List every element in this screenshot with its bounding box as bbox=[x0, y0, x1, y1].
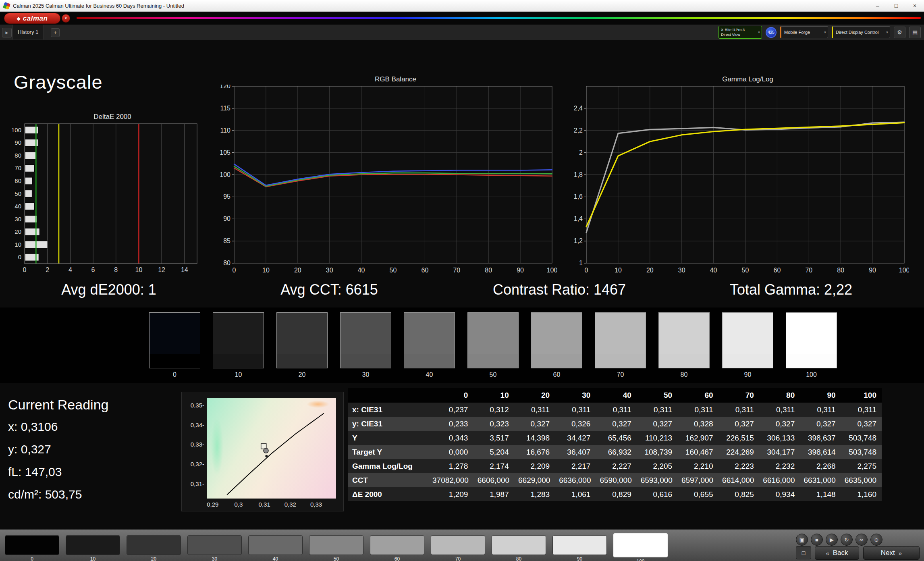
calman-app-icon bbox=[3, 2, 10, 9]
measure-icon: ⊙ bbox=[874, 537, 879, 543]
table-row-label: Gamma Log/Log bbox=[348, 462, 432, 471]
settings-button[interactable]: ⚙ bbox=[894, 27, 905, 38]
window-title: Calman 2025 Calman Ultimate for Business… bbox=[13, 3, 184, 9]
expand-sidebar-button[interactable]: ▶ bbox=[2, 28, 12, 37]
axis-tick-label: 50 bbox=[390, 267, 397, 274]
window-controls: – □ × bbox=[868, 0, 924, 11]
axis-tick-label: 10 bbox=[15, 241, 21, 248]
axis-tick-label: 70 bbox=[453, 267, 460, 274]
axis-tick-label: 1 bbox=[579, 260, 583, 266]
next-button[interactable]: Next » bbox=[863, 546, 920, 560]
swatch-level-label: 30 bbox=[340, 371, 391, 378]
level-patch-0[interactable]: 0 bbox=[5, 535, 59, 561]
table-cell: 0,233 bbox=[432, 420, 473, 428]
table-cell: 2,174 bbox=[473, 462, 514, 471]
contrast-ratio-summary: Contrast Ratio: 1467 bbox=[467, 281, 652, 298]
main-menu-dropdown[interactable]: ▼ bbox=[62, 14, 70, 23]
back-button-label: Back bbox=[833, 549, 848, 557]
measure-button[interactable]: ⊙ bbox=[870, 534, 882, 546]
swatch-actual-color bbox=[404, 313, 455, 354]
table-cell: 14,398 bbox=[514, 434, 555, 443]
meter-selector[interactable]: X-Rite i1Pro 3 Direct View ▾ bbox=[718, 26, 762, 39]
patch-level-label: 30 bbox=[187, 556, 242, 561]
reading-fl: fL: 147,03 bbox=[8, 465, 62, 479]
swatch-box bbox=[531, 312, 582, 368]
layout-button[interactable]: ▤ bbox=[909, 27, 921, 38]
pattern-mode-button[interactable]: □ bbox=[796, 546, 811, 559]
axis-tick-label: 6 bbox=[91, 266, 95, 273]
reading-x: x: 0,3106 bbox=[8, 420, 58, 434]
table-cell: 1,278 bbox=[432, 462, 473, 471]
axis-tick-label: 2,2 bbox=[574, 127, 583, 134]
pattern-patches: 0102030405060708090100 bbox=[5, 535, 668, 561]
swatch-box bbox=[340, 312, 391, 368]
level-patch-60[interactable]: 60 bbox=[370, 535, 424, 561]
table-cell: 6614,000 bbox=[718, 476, 759, 485]
chevron-down-icon: ▼ bbox=[64, 17, 68, 20]
cie-chromaticity-panel: 0,35-0,34-0,33-0,32-0,31-0,290,30,310,32… bbox=[181, 392, 344, 511]
minimize-button[interactable]: – bbox=[868, 0, 887, 11]
patch-color bbox=[552, 535, 607, 555]
continuous-button[interactable]: ↻ bbox=[841, 534, 853, 546]
table-cell: 5,204 bbox=[473, 448, 514, 457]
level-patch-40[interactable]: 40 bbox=[248, 535, 303, 561]
maximize-button[interactable]: □ bbox=[887, 0, 905, 11]
table-col-header: 100 bbox=[841, 391, 882, 400]
table-cell: 2,232 bbox=[759, 462, 800, 471]
table-cell: 0,655 bbox=[677, 490, 718, 499]
swatch-box bbox=[276, 312, 328, 368]
swatch-box bbox=[658, 312, 710, 368]
reading-cdm2: cd/m²: 503,75 bbox=[8, 488, 82, 501]
level-patch-90[interactable]: 90 bbox=[552, 535, 607, 561]
table-cell: 34,427 bbox=[555, 434, 596, 443]
patch-color bbox=[5, 535, 59, 555]
patch-level-label: 50 bbox=[309, 556, 363, 561]
level-patch-30[interactable]: 30 bbox=[187, 535, 242, 561]
table-cell: 2,223 bbox=[718, 462, 759, 471]
swatch-actual-color bbox=[595, 313, 646, 354]
display-control-selector[interactable]: Direct Display Control ▾ bbox=[832, 26, 890, 38]
back-button[interactable]: « Back bbox=[815, 546, 859, 560]
reading-count-badge[interactable]: 425 bbox=[766, 27, 777, 38]
play-button[interactable]: ▶ bbox=[826, 534, 838, 546]
gear-icon: ⚙ bbox=[897, 29, 902, 35]
axis-tick-label: 8 bbox=[114, 266, 118, 273]
table-col-header: 80 bbox=[759, 391, 800, 400]
calman-logo[interactable]: ◆ calman bbox=[4, 13, 60, 24]
table-col-header: 60 bbox=[677, 391, 718, 400]
level-patch-10[interactable]: 10 bbox=[66, 535, 120, 561]
axis-tick-label: 0,3 bbox=[227, 501, 250, 508]
add-tab-button[interactable]: + bbox=[51, 28, 60, 37]
axis-tick-label: 0,33 bbox=[305, 501, 328, 508]
swatch-target-color bbox=[341, 354, 391, 368]
table-cell: 1,209 bbox=[432, 490, 473, 499]
table-cell: 0,825 bbox=[718, 490, 759, 499]
swatch-target-color bbox=[723, 354, 773, 368]
swatch-level-label: 0 bbox=[149, 371, 200, 378]
level-patch-20[interactable]: 20 bbox=[127, 535, 181, 561]
axis-tick-label: 40 bbox=[710, 267, 717, 274]
table-cell: 0,311 bbox=[514, 405, 555, 414]
level-patch-100[interactable]: 100 bbox=[613, 535, 668, 561]
infinity-button[interactable]: ∞ bbox=[855, 534, 868, 546]
level-patch-70[interactable]: 70 bbox=[431, 535, 485, 561]
axis-tick-label: 90 bbox=[869, 267, 876, 274]
table-cell: 1,160 bbox=[841, 490, 882, 499]
stop-button[interactable]: ■ bbox=[811, 534, 823, 546]
display-button[interactable]: ▣ bbox=[796, 534, 808, 546]
axis-tick-label: 1,8 bbox=[574, 171, 583, 178]
chart-title: RGB Balance bbox=[216, 75, 557, 85]
close-button[interactable]: × bbox=[905, 0, 924, 11]
swatch-row: 0102030405060708090100 bbox=[149, 312, 837, 378]
level-patch-80[interactable]: 80 bbox=[492, 535, 546, 561]
table-cell: 306,133 bbox=[759, 434, 800, 443]
table-cell: 0,311 bbox=[841, 405, 882, 414]
level-patch-50[interactable]: 50 bbox=[309, 535, 363, 561]
chevron-down-icon: ▾ bbox=[885, 30, 890, 34]
source-selector[interactable]: Mobile Forge ▾ bbox=[780, 26, 828, 38]
table-col-header: 90 bbox=[800, 391, 841, 400]
swatch-target-color bbox=[786, 354, 837, 368]
axis-tick-label: 12 bbox=[158, 266, 165, 273]
axis-tick-label: 0,31- bbox=[183, 480, 204, 487]
tab-history-1[interactable]: History 1 bbox=[12, 25, 44, 39]
